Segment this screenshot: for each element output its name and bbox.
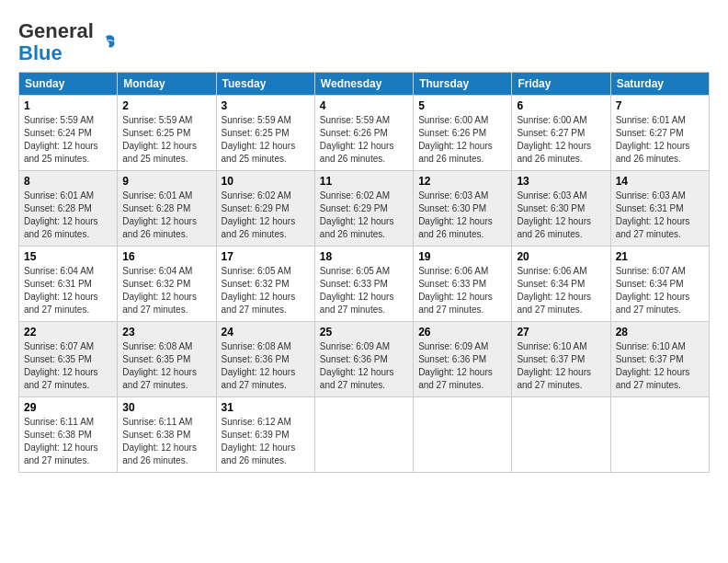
page-header: General Blue [18, 17, 710, 64]
day-info: Sunrise: 6:08 AM Sunset: 6:35 PM Dayligh… [122, 340, 210, 392]
col-saturday: Saturday [610, 73, 709, 96]
day-info: Sunrise: 6:10 AM Sunset: 6:37 PM Dayligh… [616, 340, 704, 392]
col-monday: Monday [118, 73, 216, 96]
calendar-cell: 23 Sunrise: 6:08 AM Sunset: 6:35 PM Dayl… [118, 322, 216, 397]
calendar-cell [414, 397, 512, 473]
logo-general: General [18, 19, 94, 42]
calendar-week-row: 8 Sunrise: 6:01 AM Sunset: 6:28 PM Dayli… [19, 171, 710, 247]
calendar-cell: 1 Sunrise: 5:59 AM Sunset: 6:24 PM Dayli… [19, 96, 118, 171]
day-number: 26 [418, 326, 506, 339]
logo-blue: Blue [18, 41, 63, 64]
day-number: 4 [320, 99, 408, 112]
day-info: Sunrise: 6:03 AM Sunset: 6:31 PM Dayligh… [616, 190, 704, 241]
day-info: Sunrise: 6:10 AM Sunset: 6:37 PM Dayligh… [517, 340, 605, 392]
calendar-cell: 31 Sunrise: 6:12 AM Sunset: 6:39 PM Dayl… [216, 397, 314, 473]
col-tuesday: Tuesday [216, 73, 314, 96]
col-friday: Friday [512, 73, 610, 96]
day-info: Sunrise: 6:01 AM Sunset: 6:27 PM Dayligh… [616, 114, 704, 166]
day-info: Sunrise: 6:01 AM Sunset: 6:28 PM Dayligh… [122, 190, 210, 241]
day-number: 16 [122, 250, 210, 263]
calendar-cell: 6 Sunrise: 6:00 AM Sunset: 6:27 PM Dayli… [512, 96, 610, 171]
day-info: Sunrise: 6:12 AM Sunset: 6:39 PM Dayligh… [222, 416, 310, 467]
logo-bird-icon [97, 32, 118, 52]
calendar-cell: 28 Sunrise: 6:10 AM Sunset: 6:37 PM Dayl… [610, 322, 709, 397]
day-info: Sunrise: 6:09 AM Sunset: 6:36 PM Dayligh… [320, 340, 408, 392]
calendar-cell [512, 397, 610, 473]
calendar-cell: 20 Sunrise: 6:06 AM Sunset: 6:34 PM Dayl… [512, 247, 610, 322]
calendar-table: Sunday Monday Tuesday Wednesday Thursday… [18, 72, 710, 473]
day-number: 13 [517, 175, 605, 188]
calendar-cell: 22 Sunrise: 6:07 AM Sunset: 6:35 PM Dayl… [19, 322, 118, 397]
calendar-cell [314, 397, 413, 473]
day-info: Sunrise: 6:09 AM Sunset: 6:36 PM Dayligh… [418, 340, 506, 392]
day-number: 11 [320, 175, 408, 188]
calendar-cell: 2 Sunrise: 5:59 AM Sunset: 6:25 PM Dayli… [118, 96, 216, 171]
calendar-cell: 18 Sunrise: 6:05 AM Sunset: 6:33 PM Dayl… [314, 247, 413, 322]
day-info: Sunrise: 6:00 AM Sunset: 6:27 PM Dayligh… [517, 114, 605, 166]
day-number: 17 [222, 250, 310, 263]
col-wednesday: Wednesday [314, 73, 413, 96]
calendar-cell: 17 Sunrise: 6:05 AM Sunset: 6:32 PM Dayl… [216, 247, 314, 322]
calendar-cell: 15 Sunrise: 6:04 AM Sunset: 6:31 PM Dayl… [19, 247, 118, 322]
calendar-cell: 14 Sunrise: 6:03 AM Sunset: 6:31 PM Dayl… [610, 171, 709, 247]
day-info: Sunrise: 6:04 AM Sunset: 6:31 PM Dayligh… [24, 265, 112, 316]
day-info: Sunrise: 6:04 AM Sunset: 6:32 PM Dayligh… [122, 265, 210, 316]
calendar-cell: 4 Sunrise: 5:59 AM Sunset: 6:26 PM Dayli… [314, 96, 413, 171]
day-number: 21 [616, 250, 704, 263]
day-number: 2 [122, 99, 210, 112]
day-info: Sunrise: 6:11 AM Sunset: 6:38 PM Dayligh… [122, 416, 210, 467]
calendar-cell: 7 Sunrise: 6:01 AM Sunset: 6:27 PM Dayli… [610, 96, 709, 171]
calendar-cell: 3 Sunrise: 5:59 AM Sunset: 6:25 PM Dayli… [216, 96, 314, 171]
day-number: 31 [222, 401, 310, 414]
calendar-cell: 29 Sunrise: 6:11 AM Sunset: 6:38 PM Dayl… [19, 397, 118, 473]
day-number: 12 [418, 175, 506, 188]
day-number: 24 [222, 326, 310, 339]
day-number: 30 [122, 401, 210, 414]
calendar-cell: 26 Sunrise: 6:09 AM Sunset: 6:36 PM Dayl… [414, 322, 512, 397]
day-info: Sunrise: 5:59 AM Sunset: 6:25 PM Dayligh… [122, 114, 210, 166]
day-number: 28 [616, 326, 704, 339]
day-info: Sunrise: 6:03 AM Sunset: 6:30 PM Dayligh… [418, 190, 506, 241]
day-number: 8 [24, 175, 112, 188]
day-number: 25 [320, 326, 408, 339]
day-info: Sunrise: 6:02 AM Sunset: 6:29 PM Dayligh… [222, 190, 310, 241]
calendar-cell: 5 Sunrise: 6:00 AM Sunset: 6:26 PM Dayli… [414, 96, 512, 171]
day-info: Sunrise: 6:00 AM Sunset: 6:26 PM Dayligh… [418, 114, 506, 166]
day-number: 7 [616, 99, 704, 112]
day-number: 10 [222, 175, 310, 188]
day-number: 15 [24, 250, 112, 263]
calendar-cell: 27 Sunrise: 6:10 AM Sunset: 6:37 PM Dayl… [512, 322, 610, 397]
calendar-week-row: 22 Sunrise: 6:07 AM Sunset: 6:35 PM Dayl… [19, 322, 710, 397]
day-info: Sunrise: 6:03 AM Sunset: 6:30 PM Dayligh… [517, 190, 605, 241]
day-info: Sunrise: 6:02 AM Sunset: 6:29 PM Dayligh… [320, 190, 408, 241]
calendar-page: General Blue Sunday Monday Tuesday Wedne… [0, 0, 728, 482]
day-info: Sunrise: 5:59 AM Sunset: 6:24 PM Dayligh… [24, 114, 112, 166]
logo: General Blue [18, 20, 118, 64]
calendar-cell: 19 Sunrise: 6:06 AM Sunset: 6:33 PM Dayl… [414, 247, 512, 322]
day-info: Sunrise: 6:06 AM Sunset: 6:34 PM Dayligh… [517, 265, 605, 316]
calendar-week-row: 1 Sunrise: 5:59 AM Sunset: 6:24 PM Dayli… [19, 96, 710, 171]
col-thursday: Thursday [414, 73, 512, 96]
day-info: Sunrise: 6:07 AM Sunset: 6:35 PM Dayligh… [24, 340, 112, 392]
calendar-week-row: 29 Sunrise: 6:11 AM Sunset: 6:38 PM Dayl… [19, 397, 710, 473]
day-number: 18 [320, 250, 408, 263]
day-info: Sunrise: 6:05 AM Sunset: 6:33 PM Dayligh… [320, 265, 408, 316]
day-info: Sunrise: 6:05 AM Sunset: 6:32 PM Dayligh… [222, 265, 310, 316]
day-number: 6 [517, 99, 605, 112]
day-info: Sunrise: 6:08 AM Sunset: 6:36 PM Dayligh… [222, 340, 310, 392]
calendar-cell: 12 Sunrise: 6:03 AM Sunset: 6:30 PM Dayl… [414, 171, 512, 247]
day-number: 19 [418, 250, 506, 263]
day-info: Sunrise: 6:06 AM Sunset: 6:33 PM Dayligh… [418, 265, 506, 316]
calendar-cell: 30 Sunrise: 6:11 AM Sunset: 6:38 PM Dayl… [118, 397, 216, 473]
day-info: Sunrise: 5:59 AM Sunset: 6:25 PM Dayligh… [222, 114, 310, 166]
calendar-week-row: 15 Sunrise: 6:04 AM Sunset: 6:31 PM Dayl… [19, 247, 710, 322]
day-number: 23 [122, 326, 210, 339]
calendar-cell: 25 Sunrise: 6:09 AM Sunset: 6:36 PM Dayl… [314, 322, 413, 397]
day-number: 3 [222, 99, 310, 112]
calendar-cell: 24 Sunrise: 6:08 AM Sunset: 6:36 PM Dayl… [216, 322, 314, 397]
day-info: Sunrise: 6:11 AM Sunset: 6:38 PM Dayligh… [24, 416, 112, 467]
calendar-cell: 16 Sunrise: 6:04 AM Sunset: 6:32 PM Dayl… [118, 247, 216, 322]
calendar-cell: 8 Sunrise: 6:01 AM Sunset: 6:28 PM Dayli… [19, 171, 118, 247]
calendar-header-row: Sunday Monday Tuesday Wednesday Thursday… [19, 73, 710, 96]
day-number: 22 [24, 326, 112, 339]
